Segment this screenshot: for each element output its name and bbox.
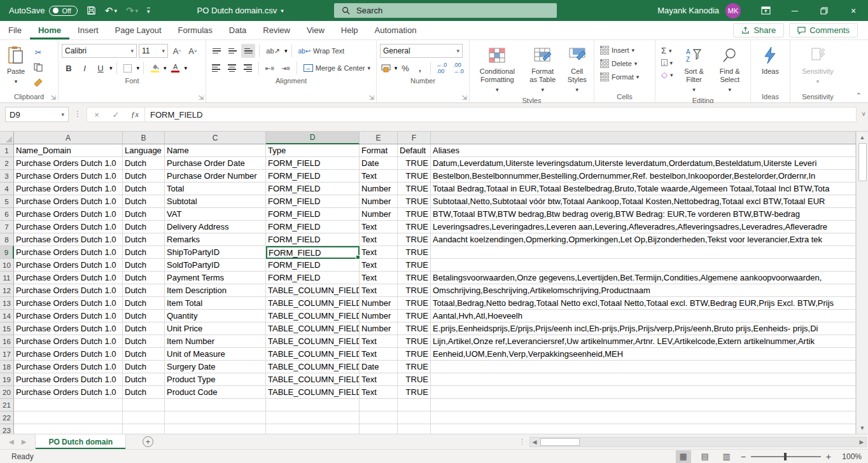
cell[interactable]	[431, 361, 856, 373]
cell[interactable]: TABLE_COLUMN_FIELD	[266, 386, 360, 399]
cell[interactable]: TABLE_COLUMN_FIELD	[266, 297, 360, 310]
cell[interactable]: TRUE	[398, 183, 431, 195]
cell[interactable]: Type	[266, 144, 360, 157]
confirm-entry-button[interactable]: ✓	[106, 110, 125, 120]
percent-style-button[interactable]: %	[399, 61, 412, 75]
cell[interactable]: Dutch	[123, 322, 165, 335]
delete-cells-button[interactable]: Delete ▾	[598, 58, 640, 69]
cell[interactable]: Quantity	[165, 310, 266, 322]
number-format-select[interactable]: General▾	[380, 44, 463, 58]
cell[interactable]: Date	[360, 157, 398, 170]
cell[interactable]: Purchase Orders Dutch 1.0	[14, 170, 123, 183]
search-box[interactable]: Search	[334, 3, 557, 18]
conditional-formatting-button[interactable]: Conditional Formatting ▾	[473, 43, 522, 97]
cell[interactable]: TABLE_COLUMN_FIELD	[266, 335, 360, 348]
sort-filter-button[interactable]: AZ Sort & Filter ▾	[678, 43, 710, 97]
scroll-right-icon[interactable]: ▶	[857, 439, 866, 445]
name-box[interactable]: D9 ▾	[5, 107, 69, 122]
row-header-9[interactable]: 9	[0, 246, 14, 259]
cell[interactable]: Number	[360, 297, 398, 310]
sensitivity-button[interactable]: Sensitivity ▾	[798, 43, 837, 88]
cell[interactable]	[123, 424, 165, 434]
close-button[interactable]: ×	[839, 0, 868, 21]
autosave-toggle[interactable]: AutoSave Off	[9, 6, 78, 16]
accounting-format-button[interactable]	[380, 61, 393, 75]
cell[interactable]: Eenheid,UOM,Eenh,Verp,Verpakkingseenheid…	[431, 348, 856, 361]
align-center-button[interactable]	[225, 61, 239, 75]
column-header-A[interactable]: A	[14, 132, 123, 144]
wrap-text-button[interactable]: ab↩ Wrap Text	[296, 46, 347, 56]
cell[interactable]: FORM_FIELD	[266, 157, 360, 170]
cell[interactable]: Bestelbon,Bestelbonnummer,Bestelling,Ord…	[431, 170, 856, 183]
orientation-button[interactable]: ab↗	[263, 44, 283, 58]
ribbon-display-options-button[interactable]	[751, 0, 780, 21]
cell[interactable]: TRUE	[398, 386, 431, 399]
fill-color-button[interactable]	[148, 61, 162, 75]
cell[interactable]: FORM_FIELD	[266, 183, 360, 195]
row-header-19[interactable]: 19	[0, 373, 14, 386]
cell[interactable]	[360, 424, 398, 434]
row-header-14[interactable]: 14	[0, 310, 14, 322]
row-header-16[interactable]: 16	[0, 335, 14, 348]
align-top-button[interactable]	[209, 44, 223, 58]
column-header-g[interactable]	[431, 132, 856, 144]
fill-button[interactable]: ↓▾	[659, 58, 676, 67]
cell[interactable]: Omschrijving,Beschrijving,Artikelomschri…	[431, 284, 856, 297]
autosum-button[interactable]: Σ▾	[659, 45, 676, 57]
share-button[interactable]: Share	[733, 23, 784, 38]
cell[interactable]	[266, 424, 360, 434]
cell[interactable]: Dutch	[123, 373, 165, 386]
cell[interactable]: Surgery Date	[165, 361, 266, 373]
cell[interactable]	[266, 411, 360, 424]
normal-view-button[interactable]: ▦	[676, 450, 691, 463]
paste-button[interactable]: Paste ▾	[3, 43, 29, 88]
zoom-level[interactable]: 100%	[837, 452, 862, 461]
cell[interactable]: TRUE	[398, 246, 431, 259]
scroll-down-icon[interactable]: ▼	[857, 422, 868, 434]
ribbon-tab-home[interactable]: Home	[30, 21, 69, 39]
cell[interactable]: TRUE	[398, 208, 431, 221]
cell[interactable]: Dutch	[123, 297, 165, 310]
cell[interactable]: VAT	[165, 208, 266, 221]
cell[interactable]: BTW,Totaal BTW,BTW bedrag,Btw bedrag ove…	[431, 208, 856, 221]
cell[interactable]: Aandacht koelzendingen,Opmerking,Opmerki…	[431, 233, 856, 246]
cell[interactable]: Dutch	[123, 221, 165, 233]
cell[interactable]: FORM_FIELD	[266, 233, 360, 246]
cell[interactable]: Dutch	[123, 170, 165, 183]
new-sheet-button[interactable]: +	[143, 436, 153, 447]
redo-button[interactable]: ↷▾	[126, 5, 138, 17]
cell[interactable]: TRUE	[398, 221, 431, 233]
cell[interactable]	[431, 259, 856, 272]
cell[interactable]: Dutch	[123, 272, 165, 284]
fill-color-options-chevron[interactable]: ▾	[164, 65, 167, 71]
cell[interactable]: Text	[360, 272, 398, 284]
cell[interactable]: Dutch	[123, 183, 165, 195]
cell[interactable]	[360, 399, 398, 411]
borders-button[interactable]	[121, 61, 135, 75]
format-painter-button[interactable]	[31, 76, 45, 90]
cell[interactable]: Purchase Orders Dutch 1.0	[14, 157, 123, 170]
cell[interactable]: Purchase Orders Dutch 1.0	[14, 233, 123, 246]
cell[interactable]: Purchase Order Number	[165, 170, 266, 183]
cell[interactable]: Number	[360, 195, 398, 208]
cell[interactable]: Datum,Leverdatum,Uiterste leveringsdatum…	[431, 157, 856, 170]
next-sheet-icon[interactable]: ▶	[22, 438, 27, 445]
name-box-resizer[interactable]: ⋮	[74, 109, 81, 118]
cell[interactable]: Purchase Orders Dutch 1.0	[14, 322, 123, 335]
cell[interactable]: Unit of Measure	[165, 348, 266, 361]
cell[interactable]: Dutch	[123, 335, 165, 348]
formula-input[interactable]: FORM_FIELD	[145, 107, 857, 122]
bold-button[interactable]: B	[62, 61, 76, 75]
cell[interactable]: Remarks	[165, 233, 266, 246]
clipboard-dialog-launcher[interactable]: ⇲	[51, 94, 56, 101]
cell[interactable]	[398, 411, 431, 424]
cell[interactable]: SoldToPartyID	[165, 259, 266, 272]
cell[interactable]: Dutch	[123, 361, 165, 373]
cell-styles-button[interactable]: Cell Styles ▾	[564, 43, 591, 97]
cell[interactable]: Product Type	[165, 373, 266, 386]
select-all-button[interactable]	[0, 132, 14, 144]
vertical-scrollbar[interactable]: ▲ ▼	[856, 132, 868, 434]
row-header-6[interactable]: 6	[0, 208, 14, 221]
cell[interactable]: Delivery Address	[165, 221, 266, 233]
save-button[interactable]	[87, 6, 96, 15]
